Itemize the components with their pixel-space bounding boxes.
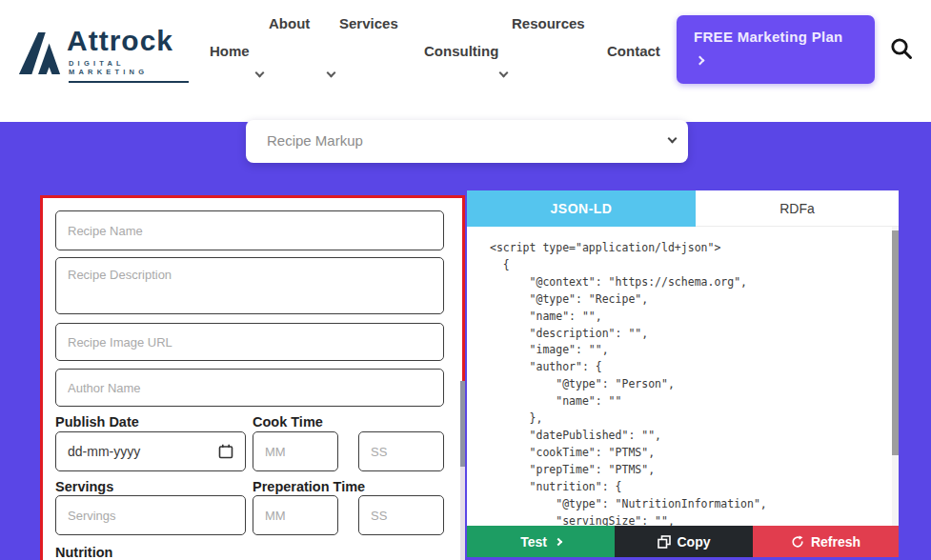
code-line: "cookTime": "PTMS", (490, 445, 899, 462)
schema-type-selected-value: Recipe Markup (267, 132, 363, 149)
code-line: "image": "", (490, 342, 899, 359)
logo-tagline: DIGITAL MARKETING (69, 59, 189, 83)
code-line: "author": { (490, 359, 899, 376)
action-buttons: Test Copy Refresh (467, 526, 899, 557)
code-line: "@context": "https://schema.org", (490, 274, 899, 291)
form-scrollbar[interactable] (460, 381, 465, 560)
chevron-right-icon (696, 56, 705, 66)
form-scrollbar-thumb[interactable] (460, 381, 465, 467)
code-line: "description": "", (490, 326, 899, 343)
author-name-input[interactable] (55, 369, 444, 407)
chevron-down-icon (255, 69, 265, 78)
code-line: "datePublished": "", (490, 428, 899, 445)
calendar-icon (218, 444, 233, 459)
tab-rdfa[interactable]: RDFa (696, 190, 899, 227)
code-line: "name": "" (490, 393, 899, 410)
chevron-down-icon (668, 134, 678, 144)
prep-time-ss-input[interactable] (358, 495, 444, 535)
cook-time-mm-input[interactable] (253, 431, 338, 471)
preparation-time-label: Preperation Time (253, 479, 365, 494)
cta-label: FREE Marketing Plan (694, 29, 843, 45)
code-line: "servingSize": "", (490, 513, 899, 527)
search-button[interactable] (889, 36, 914, 61)
free-marketing-plan-button[interactable]: FREE Marketing Plan (677, 15, 875, 84)
refresh-button[interactable]: Refresh (753, 526, 899, 557)
code-scrollbar-thumb[interactable] (892, 230, 899, 455)
copy-button[interactable]: Copy (615, 526, 753, 557)
refresh-button-label: Refresh (811, 534, 860, 550)
recipe-name-input[interactable] (55, 210, 444, 250)
code-line: <script type="application/ld+json"> (490, 240, 899, 257)
code-line: { (490, 257, 899, 274)
code-line: "@type": "Recipe", (490, 291, 899, 309)
prep-time-mm-input[interactable] (253, 495, 338, 535)
date-value: dd-mm-yyyy (68, 444, 218, 459)
search-icon (889, 36, 914, 61)
chevron-right-icon (555, 537, 562, 545)
copy-button-label: Copy (678, 534, 711, 550)
code-line: }, (490, 410, 899, 428)
nav-item-home[interactable]: Home (210, 43, 250, 59)
schema-type-dropdown[interactable]: Recipe Markup (246, 120, 688, 163)
logo-text: Attrock (67, 25, 173, 57)
recipe-image-url-input[interactable] (55, 323, 444, 361)
publish-date-input[interactable]: dd-mm-yyyy (55, 431, 246, 471)
test-button[interactable]: Test (467, 526, 615, 557)
recipe-form-panel: Publish Date Cook Time dd-mm-yyyy Servin… (40, 195, 465, 560)
cook-time-ss-input[interactable] (358, 431, 444, 471)
nav-item-resources[interactable]: Resources (512, 15, 585, 31)
refresh-icon (791, 535, 804, 549)
cook-time-label: Cook Time (253, 414, 323, 430)
code-line: "name": "", (490, 309, 899, 326)
json-ld-code-output: <script type="application/ld+json"> { "@… (467, 227, 899, 526)
nav-item-consulting[interactable]: Consulting (424, 43, 498, 59)
code-line: "@type": "Person", (490, 376, 899, 393)
page: Attrock DIGITAL MARKETING Home About Ser… (0, 0, 931, 560)
chevron-down-icon (327, 69, 336, 78)
nutrition-label: Nutrition (55, 545, 112, 560)
nav-item-contact[interactable]: Contact (607, 43, 660, 59)
nav-item-about[interactable]: About (269, 15, 310, 31)
logo[interactable]: Attrock DIGITAL MARKETING (17, 25, 189, 82)
code-line: "nutrition": { (490, 479, 899, 496)
copy-icon (658, 535, 671, 549)
chevron-down-icon (499, 69, 509, 78)
code-line: "@type": "NutritionInformation", (490, 496, 899, 513)
output-tabs: JSON-LD RDFa (467, 190, 899, 227)
code-scrollbar[interactable] (892, 227, 899, 526)
publish-date-label: Publish Date (55, 414, 139, 430)
recipe-description-input[interactable] (55, 257, 444, 314)
logo-triangle-icon (17, 30, 63, 76)
servings-input[interactable] (55, 495, 246, 535)
servings-label: Servings (55, 479, 113, 494)
site-header: Attrock DIGITAL MARKETING Home About Ser… (0, 0, 931, 122)
test-button-label: Test (520, 534, 547, 550)
code-line: "prepTime": "PTMS", (490, 462, 899, 479)
nav-item-services[interactable]: Services (339, 15, 398, 31)
tab-json-ld[interactable]: JSON-LD (467, 190, 696, 227)
